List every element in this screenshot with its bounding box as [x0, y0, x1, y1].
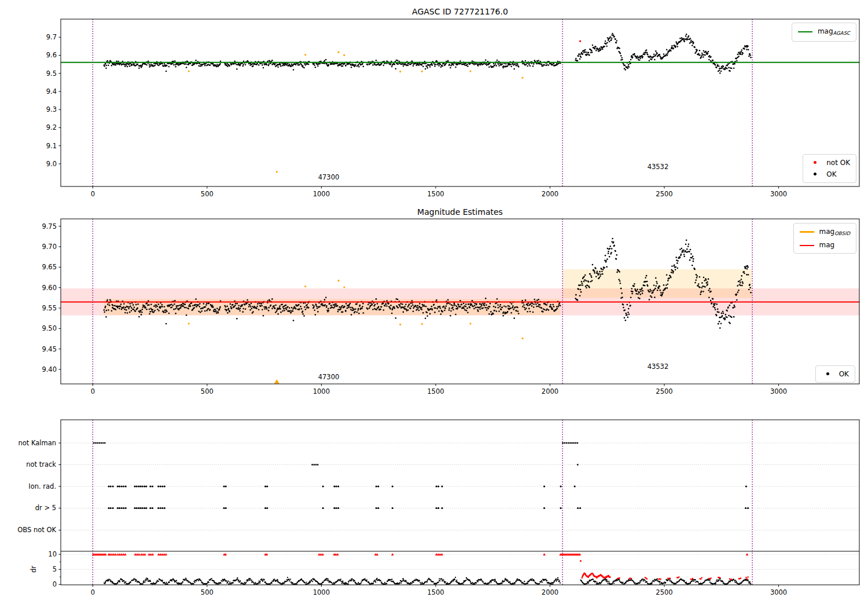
y-tick-label: 9.7 — [46, 33, 57, 41]
x-tick-label: 2500 — [656, 588, 672, 596]
middle-annotations: 4730043532 — [318, 362, 669, 381]
x-tick-label: 3000 — [770, 588, 787, 596]
x-tick-label: 500 — [201, 190, 214, 198]
legend-label: magOBSID — [819, 228, 851, 236]
category-label-ion-rad: Ion. rad. — [0, 482, 56, 490]
top-scatter-not-ok — [579, 40, 581, 42]
legend-label: magAGASC — [818, 27, 850, 35]
figure-canvas: 47300435329.09.19.29.39.49.59.69.7050010… — [0, 0, 868, 608]
flag-runs — [93, 442, 578, 466]
y-tick-label: 9.50 — [42, 324, 57, 332]
top-panel-frame — [61, 19, 859, 186]
category-label-not-track: not track — [0, 460, 56, 468]
obsid-annotation: 43532 — [648, 163, 669, 171]
legend-label: OK — [826, 170, 836, 178]
y-tick-label: 9.40 — [42, 365, 57, 373]
y-tick-label: 9.45 — [42, 345, 57, 353]
legend-mag-obsid: magOBSID mag — [793, 223, 857, 254]
dr-tick-label: 0 — [53, 580, 57, 588]
legend-item-ok: OK — [822, 368, 849, 380]
red-line-swatch — [800, 245, 814, 246]
x-tick-label: 0 — [91, 588, 95, 596]
x-tick-label: 2000 — [542, 190, 558, 198]
legend-item-mag-agasc: magAGASC — [798, 25, 850, 39]
y-tick-label: 9.3 — [46, 105, 57, 113]
legend-item-not-ok: not OK — [809, 157, 850, 169]
x-tick-label: 1000 — [313, 588, 330, 596]
y-tick-label: 9.2 — [46, 123, 57, 131]
category-label-not-kalman: not Kalman — [0, 439, 56, 447]
legend-ok-middle: OK — [815, 365, 855, 383]
y-tick-label: 9.70 — [42, 243, 57, 251]
y-tick-label: 9.6 — [46, 51, 57, 59]
x-tick-label: 1500 — [427, 588, 444, 596]
dr-clipped-red — [92, 553, 749, 562]
obsid-annotation: 47300 — [318, 173, 340, 181]
x-tick-label: 2500 — [656, 190, 672, 198]
x-tick-label: 3000 — [770, 387, 787, 395]
x-tick-label: 2000 — [542, 387, 558, 395]
y-tick-label: 9.60 — [42, 284, 57, 292]
black-dot-swatch — [814, 173, 816, 175]
obsid-annotation: 47300 — [318, 373, 340, 381]
y-tick-label: 9.4 — [46, 87, 57, 96]
y-axis: 9.09.19.29.39.49.59.69.7 — [46, 33, 61, 168]
y-tick-label: 9.75 — [42, 222, 57, 230]
flags-panel-frame — [61, 420, 859, 585]
y-tick-label: 9.1 — [46, 142, 57, 150]
category-label-dr-gt5: dr > 5 — [0, 504, 56, 512]
legend-item-mag: mag — [800, 239, 851, 251]
y-tick-label: 9.65 — [42, 263, 57, 271]
red-dot-swatch — [814, 161, 816, 164]
dr-tick-label: 5 — [53, 565, 57, 573]
x-tick-label: 2500 — [656, 387, 672, 395]
x-tick-label: 500 — [201, 588, 214, 596]
x-axis: 050010001500200025003000 — [91, 186, 788, 198]
middle-panel-title: Magnitude Estimates — [61, 207, 859, 217]
x-axis: 050010001500200025003000 — [91, 585, 788, 596]
figure: 47300435329.09.19.29.39.49.59.69.7050010… — [0, 0, 868, 608]
y-tick-label: 9.5 — [46, 69, 57, 78]
legend-label: not OK — [826, 159, 850, 167]
y-tick-label: 9.55 — [42, 304, 57, 312]
x-axis: 050010001500200025003000 — [91, 384, 788, 395]
y-axis: 9.409.459.509.559.609.659.709.75 — [42, 222, 61, 373]
flags-gridlines — [61, 443, 859, 569]
x-tick-label: 0 — [91, 387, 95, 395]
dr-axis-label: dr — [30, 566, 38, 573]
x-tick-label: 1500 — [427, 387, 444, 395]
obsid-boundary-vlines — [93, 420, 752, 585]
obsid-annotation: 43532 — [648, 362, 669, 371]
top-panel-title: AGASC ID 727721176.0 — [61, 7, 859, 16]
x-tick-label: 1000 — [313, 387, 330, 395]
x-tick-label: 1500 — [427, 190, 444, 198]
top-scatter-orange — [188, 52, 524, 173]
legend-mag-agasc: magAGASC — [792, 23, 856, 42]
x-tick-label: 1000 — [313, 190, 330, 198]
legend-item-ok: OK — [809, 169, 850, 180]
y-tick-label: 9.0 — [46, 160, 57, 168]
x-tick-label: 0 — [91, 190, 95, 198]
legend-ok-notok: not OK OK — [803, 154, 856, 183]
legend-label: OK — [839, 370, 849, 378]
legend-label: mag — [819, 241, 835, 249]
x-tick-label: 3000 — [770, 190, 787, 198]
flag-dots — [108, 485, 749, 509]
x-tick-label: 500 — [201, 387, 214, 395]
category-label-obs-not-ok: OBS not OK — [0, 526, 56, 534]
dr-trace-black — [104, 577, 752, 585]
legend-item-mag-obsid: magOBSID — [800, 226, 851, 239]
top-scatter-ok — [104, 33, 752, 74]
top-annotations: 4730043532 — [318, 163, 669, 181]
black-dot-swatch — [826, 372, 829, 375]
dr-tick-label: 10 — [48, 550, 57, 558]
green-line-swatch — [798, 31, 812, 32]
obsid-boundary-vlines — [93, 19, 752, 186]
x-tick-label: 2000 — [542, 588, 558, 596]
orange-line-swatch — [800, 231, 814, 233]
